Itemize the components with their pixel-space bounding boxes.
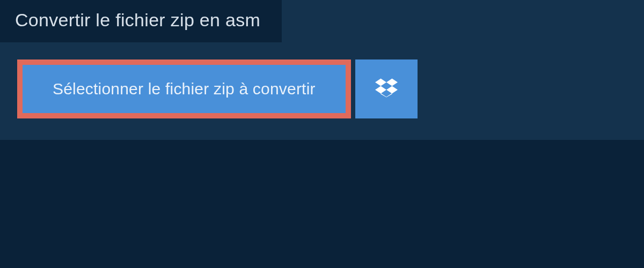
converter-panel: Convertir le fichier zip en asm Sélectio… [0,0,644,140]
dropbox-icon [375,77,398,101]
action-row: Sélectionner le fichier zip à convertir [17,59,644,118]
dropbox-button[interactable] [355,59,418,118]
select-file-button[interactable]: Sélectionner le fichier zip à convertir [17,59,351,118]
select-file-label: Sélectionner le fichier zip à convertir [53,80,316,98]
page-title: Convertir le fichier zip en asm [0,0,282,42]
